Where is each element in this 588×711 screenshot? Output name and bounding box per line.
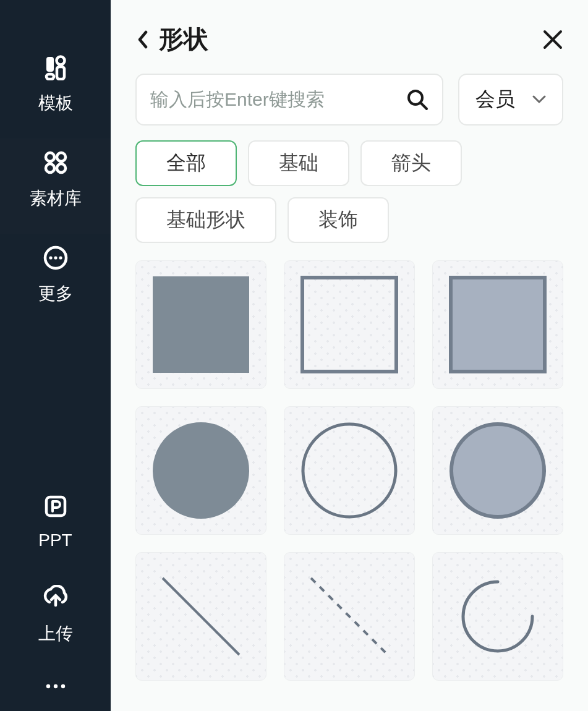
- sidebar-item-label: 上传: [38, 622, 73, 645]
- svg-point-13: [46, 684, 49, 688]
- square-filled-stroke-icon: [448, 275, 547, 374]
- svg-point-21: [303, 424, 396, 517]
- filter-chip-label: 基础: [279, 150, 318, 177]
- svg-line-23: [163, 578, 239, 655]
- sidebar-item-label: 素材库: [30, 187, 82, 210]
- shape-line-solid[interactable]: [135, 552, 266, 681]
- shape-line-dashed[interactable]: [284, 552, 415, 681]
- svg-point-7: [57, 164, 66, 172]
- svg-point-9: [49, 256, 52, 259]
- ppt-icon: [43, 493, 69, 519]
- upload-icon: [43, 585, 69, 611]
- sidebar-overflow[interactable]: [43, 669, 69, 711]
- svg-point-10: [54, 256, 57, 259]
- circle-filled-stroke-icon: [448, 421, 547, 520]
- templates-icon: [43, 54, 69, 80]
- svg-rect-18: [302, 278, 396, 372]
- search-icon[interactable]: [406, 88, 428, 111]
- sidebar-item-label: 模板: [38, 92, 73, 115]
- back-icon[interactable]: [135, 30, 150, 49]
- filter-chip-basic-shape[interactable]: 基础形状: [135, 197, 276, 243]
- square-outline-icon: [300, 275, 399, 374]
- circle-filled-icon: [151, 421, 250, 520]
- line-dashed-icon: [300, 567, 399, 666]
- shape-circle-outline[interactable]: [284, 406, 415, 535]
- shape-square-outline[interactable]: [284, 260, 415, 389]
- shape-grid: [111, 260, 588, 705]
- square-filled-icon: [151, 275, 250, 374]
- filter-chip-basic[interactable]: 基础: [248, 140, 349, 186]
- member-dropdown[interactable]: 会员: [458, 74, 563, 126]
- filter-row: 全部 基础 箭头 基础形状 装饰: [111, 140, 588, 260]
- dropdown-label: 会员: [475, 86, 515, 113]
- svg-rect-2: [46, 74, 54, 79]
- sidebar-item-label: PPT: [38, 530, 72, 550]
- sidebar-item-label: 更多: [38, 282, 73, 305]
- filter-chip-arrow[interactable]: 箭头: [360, 140, 462, 186]
- shapes-panel: 形状 会员 全部: [111, 0, 588, 711]
- svg-rect-3: [57, 67, 64, 79]
- svg-line-24: [311, 578, 388, 655]
- search-box[interactable]: [135, 74, 443, 126]
- circle-outline-icon: [300, 421, 399, 520]
- dots-icon: [43, 681, 69, 694]
- more-circle-icon: [43, 245, 69, 271]
- svg-rect-19: [451, 278, 545, 372]
- svg-rect-17: [153, 276, 249, 373]
- chevron-down-icon: [532, 95, 546, 104]
- svg-point-5: [57, 153, 66, 161]
- shape-circle-filled[interactable]: [135, 406, 266, 535]
- svg-point-4: [46, 153, 54, 161]
- svg-point-14: [53, 684, 57, 688]
- filter-chip-label: 基础形状: [166, 206, 245, 234]
- filter-chip-label: 箭头: [391, 150, 431, 177]
- filter-chip-label: 装饰: [318, 206, 358, 234]
- assets-icon: [43, 150, 69, 176]
- svg-point-20: [153, 422, 249, 519]
- close-icon[interactable]: [542, 29, 563, 50]
- filter-chip-label: 全部: [166, 150, 206, 177]
- svg-rect-0: [46, 57, 54, 72]
- search-row: 会员: [111, 74, 588, 140]
- panel-header: 形状: [111, 0, 588, 74]
- sidebar-item-upload[interactable]: 上传: [0, 574, 111, 669]
- filter-chip-all[interactable]: 全部: [135, 140, 237, 186]
- shape-arc[interactable]: [432, 552, 563, 681]
- svg-point-6: [46, 164, 54, 172]
- svg-point-22: [451, 424, 544, 517]
- sidebar-item-templates[interactable]: 模板: [0, 43, 111, 138]
- sidebar-item-assets[interactable]: 素材库: [0, 138, 111, 234]
- svg-point-11: [59, 256, 62, 259]
- search-input[interactable]: [150, 89, 406, 110]
- sidebar-item-ppt[interactable]: PPT: [0, 482, 111, 574]
- line-solid-icon: [151, 567, 250, 666]
- sidebar: 模板 素材库 更多: [0, 0, 111, 711]
- arc-icon: [448, 567, 547, 666]
- svg-point-15: [61, 684, 64, 688]
- panel-title: 形状: [159, 22, 542, 56]
- filter-chip-decor[interactable]: 装饰: [288, 197, 389, 243]
- sidebar-item-more[interactable]: 更多: [0, 234, 111, 329]
- shape-square-filled[interactable]: [135, 260, 266, 389]
- shape-circle-filled-stroke[interactable]: [432, 406, 563, 535]
- svg-point-1: [56, 57, 64, 65]
- shape-square-filled-stroke[interactable]: [432, 260, 563, 389]
